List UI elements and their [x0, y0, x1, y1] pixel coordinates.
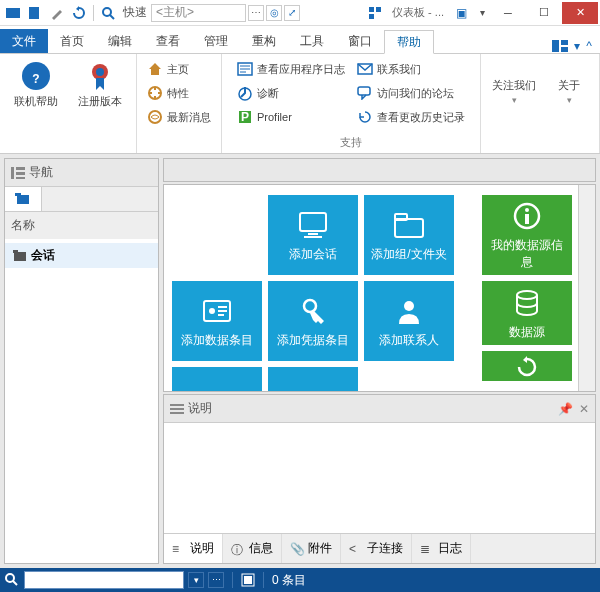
menu-edit[interactable]: 编辑: [96, 29, 144, 53]
svg-point-43: [209, 308, 215, 314]
svg-point-59: [6, 574, 14, 582]
tile-sync[interactable]: [268, 367, 358, 391]
maximize-button[interactable]: ☐: [526, 2, 562, 24]
contact-button[interactable]: 联系我们: [355, 58, 467, 80]
svg-rect-33: [17, 195, 29, 204]
svg-point-55: [517, 291, 537, 299]
applog-button[interactable]: 查看应用程序日志: [235, 58, 347, 80]
svg-text:P: P: [241, 110, 249, 124]
forum-button[interactable]: 访问我们的论坛: [355, 82, 467, 104]
svg-rect-37: [300, 213, 326, 231]
svg-rect-9: [561, 47, 568, 52]
svg-rect-17: [149, 92, 152, 94]
edit-icon[interactable]: [48, 4, 66, 22]
menu-refactor[interactable]: 重构: [240, 29, 288, 53]
close-button[interactable]: ✕: [562, 2, 598, 24]
register-button[interactable]: 注册版本: [72, 58, 128, 138]
target-icon[interactable]: ◎: [266, 5, 282, 21]
menu-help[interactable]: 帮助: [384, 30, 434, 54]
ribbon-group-help: ? 联机帮助 注册版本: [0, 54, 137, 153]
tile-document[interactable]: [172, 367, 262, 391]
ribbon-panels-icon[interactable]: [552, 40, 568, 52]
description-panel: 说明 📌✕ ≡说明 ⓘ信息 📎附件 <子连接 ≣日志: [163, 394, 596, 564]
help-button[interactable]: ? 联机帮助: [8, 58, 64, 138]
status-search-icon[interactable]: [4, 572, 20, 588]
svg-rect-8: [561, 40, 568, 45]
titlebar: 快速 <主机> ⋯ ◎ ⤢ 仪表板 - ... ▣ ▾ ─ ☐ ✕: [0, 0, 600, 26]
menu-admin[interactable]: 管理: [192, 29, 240, 53]
svg-rect-40: [395, 219, 423, 237]
svg-rect-29: [11, 167, 14, 179]
tree-item-session[interactable]: 会话: [5, 243, 158, 268]
tile-add-group[interactable]: 添加组/文件夹: [364, 195, 454, 275]
status-search-more[interactable]: ⋯: [208, 572, 224, 588]
svg-rect-31: [16, 172, 25, 175]
svg-point-13: [96, 68, 104, 76]
svg-rect-5: [376, 7, 381, 12]
tab-description[interactable]: ≡说明: [164, 534, 223, 563]
home-button[interactable]: 主页: [145, 58, 213, 80]
menu-tools[interactable]: 工具: [288, 29, 336, 53]
svg-rect-30: [16, 167, 25, 170]
properties-button[interactable]: 特性: [145, 82, 213, 104]
status-search-input[interactable]: [24, 571, 184, 589]
tile-datasource[interactable]: 数据源: [482, 281, 572, 345]
tab-attachments[interactable]: 📎附件: [282, 534, 341, 563]
minimize-button[interactable]: ─: [490, 2, 526, 24]
ribbon-group-about: 关注我们▾ 关于▾: [481, 54, 600, 153]
svg-rect-18: [158, 92, 161, 94]
nav-tabs: [5, 187, 158, 212]
tab-info[interactable]: ⓘ信息: [223, 534, 282, 563]
host-dropdown[interactable]: <主机>: [151, 4, 246, 22]
pin-icon[interactable]: 📌: [558, 402, 573, 416]
history-button[interactable]: 查看更改历史记录: [355, 106, 467, 128]
svg-rect-41: [395, 214, 407, 220]
tile-add-cred[interactable]: 添加凭据条目: [268, 281, 358, 361]
app-icon: [4, 4, 22, 22]
refresh-icon[interactable]: [70, 4, 88, 22]
dropdown-icon[interactable]: ▾: [474, 5, 490, 21]
ribbon-dropdown-icon[interactable]: ▾: [574, 39, 580, 53]
ribbon-collapse-icon[interactable]: ^: [586, 39, 592, 53]
search-icon[interactable]: [99, 4, 117, 22]
status-search-dropdown[interactable]: ▾: [188, 572, 204, 588]
tile-grid: 添加会话 添加组/文件夹 添加数据条目 添加凭据条目 添加联系人: [172, 195, 454, 381]
svg-line-3: [110, 15, 114, 19]
news-button[interactable]: 最新消息: [145, 106, 213, 128]
menu-window[interactable]: 窗口: [336, 29, 384, 53]
menu-home[interactable]: 首页: [48, 29, 96, 53]
tile-add-contact[interactable]: 添加联系人: [364, 281, 454, 361]
nav-tab-sessions[interactable]: [5, 187, 42, 211]
status-filter-icon[interactable]: [241, 573, 255, 587]
tab-subconnections[interactable]: <子连接: [341, 534, 412, 563]
about-button[interactable]: 关于▾: [547, 58, 591, 138]
scrollbar[interactable]: [578, 185, 595, 391]
new-icon[interactable]: [26, 4, 44, 22]
tab-logs[interactable]: ≣日志: [412, 534, 471, 563]
diag-button[interactable]: 诊断: [235, 82, 347, 104]
panel-close-icon[interactable]: ✕: [579, 402, 589, 416]
follow-button[interactable]: 关注我们▾: [489, 58, 539, 138]
expand-icon[interactable]: ⤢: [284, 5, 300, 21]
svg-point-47: [304, 300, 316, 312]
nav-icon: [11, 167, 25, 179]
ribbon-group-support: 查看应用程序日志 诊断 PProfiler 联系我们 访问我们的论坛 查看更改历…: [222, 54, 481, 153]
tile-add-data[interactable]: 添加数据条目: [172, 281, 262, 361]
menu-view[interactable]: 查看: [144, 29, 192, 53]
profiler-button[interactable]: PProfiler: [235, 106, 347, 128]
tile-dsinfo[interactable]: 我的数据源信息: [482, 195, 572, 275]
dropdown-more[interactable]: ⋯: [248, 5, 264, 21]
svg-rect-32: [16, 177, 25, 179]
nav-panel: 导航 名称 会话: [4, 158, 159, 564]
restore-icon[interactable]: ▣: [452, 4, 470, 22]
svg-rect-39: [304, 236, 322, 238]
ribbon: ? 联机帮助 注册版本 主页 特性 最新消息 查看应用程序日志 诊断 PProf…: [0, 54, 600, 154]
menu-file[interactable]: 文件: [0, 29, 48, 53]
svg-rect-16: [154, 96, 156, 99]
svg-rect-62: [244, 576, 252, 584]
content: 导航 名称 会话 添加会话 添加组/文件夹 添加数据条目 添加凭据条目 添加联: [0, 154, 600, 568]
tile-add-session[interactable]: 添加会话: [268, 195, 358, 275]
tile-refresh[interactable]: [482, 351, 572, 381]
svg-point-48: [404, 301, 414, 311]
description-body[interactable]: [164, 423, 595, 534]
